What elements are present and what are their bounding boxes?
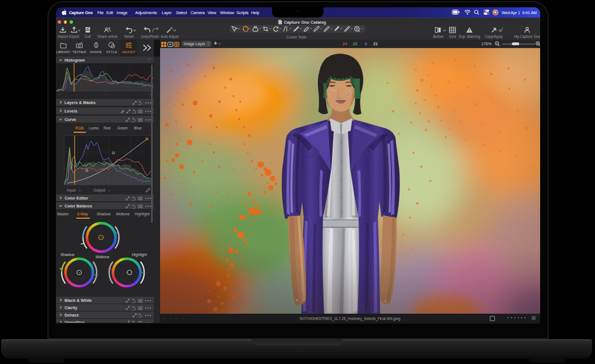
svg-text:Shadow: Shadow [61, 253, 75, 257]
svg-text:Midtone: Midtone [96, 255, 109, 259]
svg-text:Highlight: Highlight [132, 253, 147, 257]
